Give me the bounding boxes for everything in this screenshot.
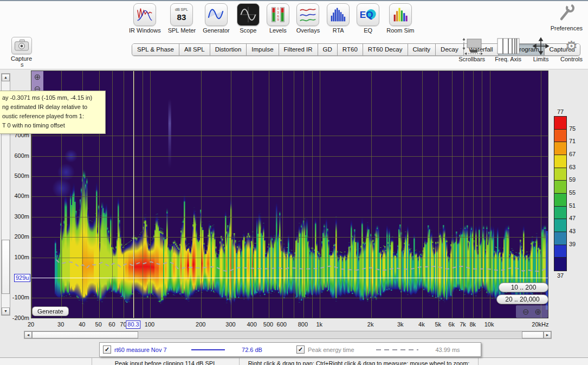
horizontal-scrollbar-right-section[interactable] (522, 331, 544, 338)
toolbar-rta-button[interactable]: RTA (327, 3, 350, 34)
mini-zoom-in-icon[interactable]: ⊕ (535, 308, 542, 316)
colorbar-tick-label: 67 (569, 151, 576, 157)
legend-label-peak-energy: Peak energy time (308, 347, 369, 353)
svg-text:3: 3 (277, 11, 279, 14)
x-axis-tick: 600 (277, 321, 287, 328)
spl-meter-icon: dB SPL 83 (170, 3, 193, 26)
x-axis-tick: 800 (298, 321, 308, 328)
toolbar-eq-button[interactable]: EQ EQ (357, 3, 379, 34)
colorbar-segment (554, 168, 566, 181)
x-axis-tick: 40 (79, 321, 85, 328)
toolbar-levels-button[interactable]: 0 3 6 9 Levels (267, 3, 289, 34)
svg-text:EQ: EQ (360, 10, 373, 20)
colorbar-segment (554, 142, 566, 155)
colorbar-segment (554, 219, 566, 232)
vertical-scrollbar-thumb[interactable] (2, 240, 10, 294)
room-sim-icon (389, 3, 412, 26)
toolbar-label: RTA (333, 27, 344, 34)
tab-impulse[interactable]: Impulse (247, 44, 279, 55)
view-control-label: Controls (560, 56, 583, 62)
ir-delay-tooltip: ay -0.3071 ms (-105 mm, -4.15 in) ng est… (0, 91, 106, 134)
tab-spl-phase[interactable]: SPL & Phase (132, 44, 179, 55)
tab-gd[interactable]: GD (318, 44, 338, 55)
tooltip-line: oustic reference played from 1: (2, 112, 103, 121)
colorbar-segment (554, 207, 566, 220)
x-axis-tick: 2k (367, 321, 374, 328)
toolbar-spl-meter-button[interactable]: dB SPL 83 SPL Meter (168, 3, 196, 34)
tab-rt60-decay[interactable]: RT60 Decay (363, 44, 408, 55)
svg-text:6: 6 (277, 15, 279, 18)
toolbar-label: SPL Meter (168, 27, 196, 34)
x-axis-tick: 20 (28, 321, 34, 328)
cursor-frequency-readout: 80.3 (126, 321, 140, 329)
freq-range-button[interactable]: 20 .. 20,000 (496, 294, 548, 304)
y-axis-tick: 100m (11, 254, 29, 260)
toolbar-ir-windows-button[interactable]: IR Windows (129, 3, 161, 34)
colorbar-tick-label: 71 (569, 138, 576, 144)
scroll-down-button[interactable]: ▼ (2, 308, 10, 315)
spectrogram-plot[interactable] (31, 71, 548, 318)
overlays-icon (296, 3, 319, 26)
spectrogram-canvas[interactable] (31, 71, 548, 318)
x-axis-tick: 30 (57, 321, 64, 328)
scroll-left-button[interactable]: ◄ (24, 331, 32, 338)
y-axis-tick: 300m (11, 213, 29, 220)
x-axis-tick: 200 (196, 321, 205, 328)
colorbar-tick-label: 43 (569, 228, 576, 234)
mini-zoom-panel: ⊖ ⊕ (516, 305, 548, 318)
generate-button[interactable]: Generate (32, 306, 69, 316)
toolbar-overlays-button[interactable]: Overlays (296, 3, 320, 34)
scroll-up-button[interactable]: ▲ (2, 74, 10, 81)
legend-checkbox-rt60[interactable]: ✓ (103, 345, 111, 354)
y-axis-tick: -100m (11, 294, 29, 300)
x-axis-tick: 5k (435, 321, 441, 328)
status-cell (0, 358, 92, 365)
x-axis-tick: 60 (108, 321, 115, 328)
colorbar-segment (554, 245, 566, 258)
plot-zoom-in-icon[interactable]: ⊕ (34, 71, 41, 83)
legend-checkbox-peak-energy[interactable]: ✓ (296, 345, 305, 354)
x-axis-tick: 50 (95, 321, 102, 328)
colorbar-scale (554, 116, 567, 271)
mini-zoom-out-icon[interactable]: ⊖ (522, 308, 529, 316)
colorbar-segment (554, 232, 566, 245)
rew-window: IR Windows dB SPL 83 SPL Meter Generato (0, 0, 588, 365)
toolbar-label: Levels (269, 27, 287, 34)
gear-icon: ⚙ (565, 37, 578, 55)
freq-axis-button[interactable]: Freq. Axis (495, 37, 521, 62)
horizontal-scrollbar-thumb[interactable] (32, 331, 138, 338)
scroll-right-button[interactable]: ► (544, 331, 551, 338)
freq-axis-icon (496, 37, 520, 55)
preferences-button[interactable]: Preferences (551, 2, 583, 31)
controls-button[interactable]: ⚙ Controls (560, 37, 583, 62)
x-axis-tick: 400 (247, 321, 256, 328)
x-axis-tick: 6k (448, 321, 455, 328)
colorbar-tick-label: 75 (569, 125, 576, 132)
tab-filtered-ir[interactable]: Filtered IR (279, 44, 318, 55)
limits-icon (531, 37, 551, 55)
time-range-button[interactable]: 10 .. 200 (499, 283, 548, 292)
toolbar-scope-button[interactable]: Scope (237, 3, 260, 34)
tab-rt60[interactable]: RT60 (338, 44, 363, 55)
ir-windows-icon (133, 3, 156, 26)
toolbar-room-sim-button[interactable]: Room Sim (386, 3, 414, 34)
horizontal-scrollbar[interactable]: ◄ ► (24, 331, 552, 339)
colorbar-segment (554, 194, 566, 207)
view-control-label: Freq. Axis (495, 56, 521, 62)
legend-line-sample-dashed (376, 349, 418, 350)
tab-distortion[interactable]: Distortion (210, 44, 247, 55)
toolbar-generator-button[interactable]: Generator (203, 3, 230, 34)
status-cell-hints: Right click & drag to pan; Ctrl+Right cl… (240, 358, 479, 365)
capture-button[interactable]: Capture (11, 37, 32, 62)
x-axis-tick: 10k (484, 321, 494, 328)
tab-clarity[interactable]: Clarity (408, 44, 436, 55)
status-cell (479, 358, 588, 365)
limits-button[interactable]: Limits (531, 37, 551, 62)
scrollbars-button[interactable]: Scrollbars (458, 37, 485, 62)
preferences-label: Preferences (551, 25, 583, 31)
toolbar-label: IR Windows (129, 27, 161, 34)
legend-bar: ✓ rt60 measure Nov 7 72.6 dB ✓ Peak ener… (99, 342, 481, 357)
x-axis-tick: 300 (225, 321, 235, 328)
spectrogram-colorbar: 773775716763595551474339 (554, 110, 585, 283)
tab-all-spl[interactable]: All SPL (179, 44, 210, 55)
